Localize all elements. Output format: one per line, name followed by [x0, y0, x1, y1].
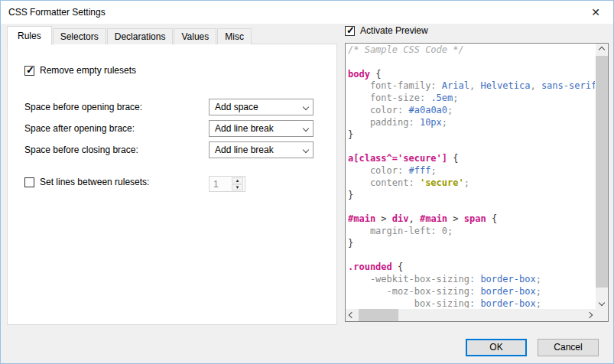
horizontal-scrollbar-thumb[interactable]: [359, 309, 398, 321]
code-token-prop: font-family:: [348, 80, 442, 91]
space-option-label: Space after opening brace:: [24, 123, 135, 134]
code-token-s: span: [464, 213, 486, 224]
activate-preview-row: ✓ Activate Preview: [345, 25, 428, 36]
stepper-down-icon[interactable]: ▼: [232, 184, 243, 190]
vertical-scrollbar-thumb[interactable]: [596, 56, 608, 288]
code-token-prop: ;: [536, 298, 541, 308]
vertical-scrollbar[interactable]: [596, 44, 608, 309]
tab-declarations[interactable]: Declarations: [107, 28, 174, 44]
titlebar: CSS Formatter Settings ✕: [1, 1, 613, 24]
code-token-prop: ,: [469, 80, 480, 91]
code-token-v: border-box: [480, 286, 535, 297]
code-token-prop: color:: [348, 105, 408, 115]
tab-strip: RulesSelectorsDeclarationsValuesMisc: [7, 26, 252, 44]
tab-values[interactable]: Values: [174, 28, 216, 44]
set-lines-between-rulesets-row: Set lines between rulesets:: [24, 177, 149, 187]
stepper-value: 1: [213, 179, 219, 190]
code-token-prop: ;: [453, 93, 458, 103]
space-option-label: Space before opening brace:: [24, 102, 142, 112]
sample-css-code: /* Sample CSS Code */ body { font-family…: [348, 44, 595, 308]
code-token-prop: margin-left: 0;: [348, 226, 453, 236]
checkmark-icon: ✓: [26, 64, 34, 76]
code-token-v: sans-serif: [541, 80, 595, 91]
code-token-v: Helvetica: [480, 80, 530, 91]
code-token-prop: ;: [442, 117, 447, 128]
lines-between-rulesets-stepper[interactable]: 1 ▲ ▼: [209, 176, 245, 192]
tab-selectors[interactable]: Selectors: [53, 28, 106, 44]
code-token-prop: content:: [348, 177, 420, 188]
space-option-label: Space before closing brace:: [24, 145, 138, 155]
set-lines-between-rulesets-checkbox[interactable]: [24, 177, 34, 187]
dropdown-selected-value: Add line break: [215, 123, 274, 134]
code-token-prop: box-sizing:: [348, 298, 480, 308]
code-token-p: ,: [409, 213, 420, 224]
dropdown-selected-value: Add space: [215, 102, 258, 112]
tab-rules[interactable]: Rules: [7, 26, 52, 45]
code-token-str: 'secure': [420, 177, 464, 188]
code-token-v: 10px: [420, 117, 442, 128]
remove-empty-rulesets-checkbox[interactable]: ✓: [24, 66, 34, 76]
code-token-v: border-box: [480, 274, 535, 284]
code-token-p: {: [370, 69, 381, 80]
code-token-c: /* Sample CSS Code */: [348, 44, 464, 55]
code-token-v: Arial: [442, 80, 469, 91]
code-token-p: }: [348, 129, 353, 140]
code-token-s: body: [348, 69, 370, 80]
code-token-p: {: [392, 262, 403, 272]
close-icon[interactable]: ✕: [580, 1, 612, 23]
code-token-s: #main: [420, 213, 447, 224]
chevron-down-icon: [304, 105, 308, 109]
code-token-prop: ,: [530, 80, 541, 91]
code-token-prop: ;: [536, 286, 541, 297]
stepper-buttons: ▲ ▼: [232, 177, 243, 190]
code-token-v: #a0a0a0: [408, 105, 447, 115]
code-token-prop: padding:: [348, 117, 420, 128]
code-token-prop: -webkit-box-sizing:: [348, 274, 480, 284]
remove-empty-rulesets-row: ✓ Remove empty rulesets: [24, 65, 136, 76]
code-token-prop: color:: [348, 165, 408, 176]
code-token-p: }: [348, 190, 353, 200]
code-token-s: .rounded: [348, 262, 392, 272]
code-token-s: #main: [348, 213, 375, 224]
code-token-prop: ;: [464, 177, 469, 188]
chevron-down-icon: [304, 148, 308, 152]
set-lines-between-rulesets-label: Set lines between rulesets:: [40, 177, 149, 187]
space-option-dropdown[interactable]: Add line break: [209, 120, 313, 137]
scroll-up-icon[interactable]: [596, 44, 608, 56]
code-token-s: div: [392, 213, 409, 224]
cancel-button[interactable]: Cancel: [538, 339, 599, 356]
code-token-p: }: [348, 238, 353, 249]
css-preview-pane: /* Sample CSS Code */ body { font-family…: [345, 43, 609, 322]
code-token-prop: ;: [430, 165, 436, 176]
code-token-p: {: [447, 153, 458, 164]
scroll-right-icon[interactable]: [583, 309, 596, 321]
scroll-down-icon[interactable]: [596, 297, 608, 309]
tab-misc[interactable]: Misc: [217, 28, 252, 44]
code-token-s: a[class^='secure']: [348, 153, 447, 164]
code-area: /* Sample CSS Code */ body { font-family…: [348, 44, 595, 308]
ok-button[interactable]: OK: [466, 339, 527, 356]
activate-preview-label: Activate Preview: [360, 25, 428, 36]
code-token-prop: ;: [447, 105, 453, 115]
activate-preview-checkbox[interactable]: ✓: [345, 26, 355, 36]
space-option-dropdown[interactable]: Add line break: [209, 141, 313, 158]
stepper-up-icon[interactable]: ▲: [232, 177, 243, 184]
css-formatter-settings-dialog: CSS Formatter Settings ✕ RulesSelectorsD…: [0, 0, 614, 364]
code-token-p: {: [486, 213, 497, 224]
remove-empty-rulesets-label: Remove empty rulesets: [40, 65, 136, 76]
checkmark-icon: ✓: [346, 24, 355, 36]
scrollbar-corner: [596, 309, 608, 321]
dropdown-selected-value: Add line break: [215, 145, 274, 155]
window-title: CSS Formatter Settings: [8, 7, 106, 18]
horizontal-scrollbar[interactable]: [346, 309, 596, 321]
scroll-left-icon[interactable]: [346, 309, 358, 321]
code-token-p: >: [375, 213, 392, 224]
code-token-prop: font-size:: [348, 93, 430, 103]
code-token-prop: -moz-box-sizing:: [348, 286, 480, 297]
space-option-dropdown[interactable]: Add space: [209, 99, 313, 115]
code-token-v: .5em: [430, 93, 453, 103]
code-token-v: #fff: [408, 165, 430, 176]
code-token-prop: ;: [536, 274, 541, 284]
code-token-v: border-box: [480, 298, 535, 308]
code-token-p: >: [447, 213, 464, 224]
